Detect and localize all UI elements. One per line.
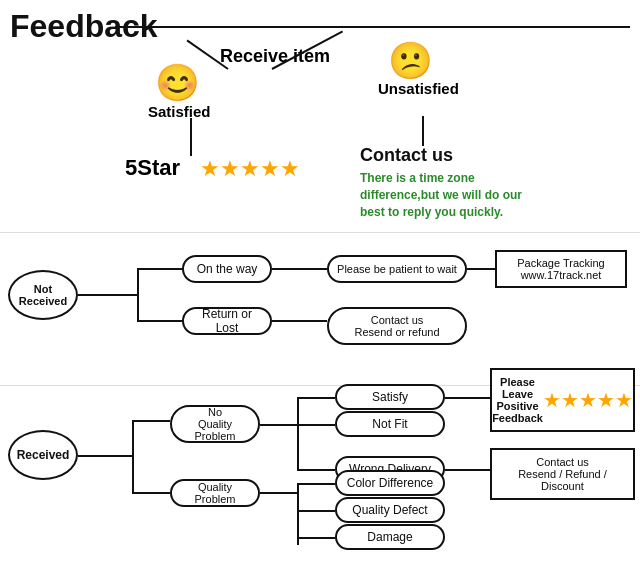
receive-item-label: Receive item (220, 46, 330, 67)
line-wait-to-pkg (467, 268, 495, 270)
stars-top: ★★★★★ (200, 156, 300, 182)
star-label: 5Star (125, 155, 180, 181)
box-package-tracking: Package Tracking www.17track.net (495, 250, 627, 288)
label-unsatisfied: Unsatisfied (378, 80, 459, 97)
line-nq-h (260, 424, 298, 426)
box-return-lost: Return or Lost (182, 307, 272, 335)
box-quality-problem: Quality Problem (170, 479, 260, 507)
box-no-quality: No Quality Problem (170, 405, 260, 443)
box-please-wait: Please be patient to wait (327, 255, 467, 283)
line-qp-h (260, 492, 298, 494)
line-recv-lower (132, 492, 170, 494)
line-qualitydefect (297, 510, 335, 512)
line-sat-down (190, 118, 192, 156)
box-damage: Damage (335, 524, 445, 550)
box-on-the-way: On the way (182, 255, 272, 283)
line-nr-upper-h (137, 268, 182, 270)
line-nr-h (78, 294, 138, 296)
line-nr-v (137, 268, 139, 320)
line-onway-to-wait (272, 268, 327, 270)
label-satisfied: Satisfied (148, 103, 211, 120)
line-wrongdel (297, 469, 335, 471)
box-color-difference: Color Difference (335, 470, 445, 496)
line-notfit (297, 424, 335, 426)
line-colordiff (297, 483, 335, 485)
line-unsat-down (422, 116, 424, 146)
emoji-unsatisfied: 😕 (388, 40, 433, 82)
line-qp-v (297, 483, 299, 545)
line-to-rrd (445, 469, 490, 471)
contact-us-box: Contact us There is a time zone differen… (360, 145, 530, 220)
box-satisfy: Satisfy (335, 384, 445, 410)
line-nq-v (297, 397, 299, 469)
line-nr-lower-h (137, 320, 182, 322)
line-damage (297, 537, 335, 539)
box-positive-feedback: Please Leave Positive Feedback ★★★★★ (490, 368, 635, 432)
line-recv-upper (132, 420, 170, 422)
oval-received: Received (8, 430, 78, 480)
line-satisfy (297, 397, 335, 399)
contact-us-title: Contact us (360, 145, 530, 166)
line-satisfy-to-pos (445, 397, 490, 399)
contact-us-desc: There is a time zone difference,but we w… (360, 170, 530, 220)
oval-not-received: Not Received (8, 270, 78, 320)
section-divider-1 (0, 232, 640, 233)
box-not-fit: Not Fit (335, 411, 445, 437)
feedback-stars: ★★★★★ (543, 388, 633, 412)
line-recv-v (132, 420, 134, 492)
box-quality-defect: Quality Defect (335, 497, 445, 523)
box-contact-resend: Contact us Resend or refund (327, 307, 467, 345)
emoji-satisfied: 😊 (155, 62, 200, 104)
line-return-to-contact (272, 320, 327, 322)
title-divider (115, 26, 630, 28)
line-recv-h (78, 455, 133, 457)
box-contact-rrd: Contact us Resend / Refund / Discount (490, 448, 635, 500)
